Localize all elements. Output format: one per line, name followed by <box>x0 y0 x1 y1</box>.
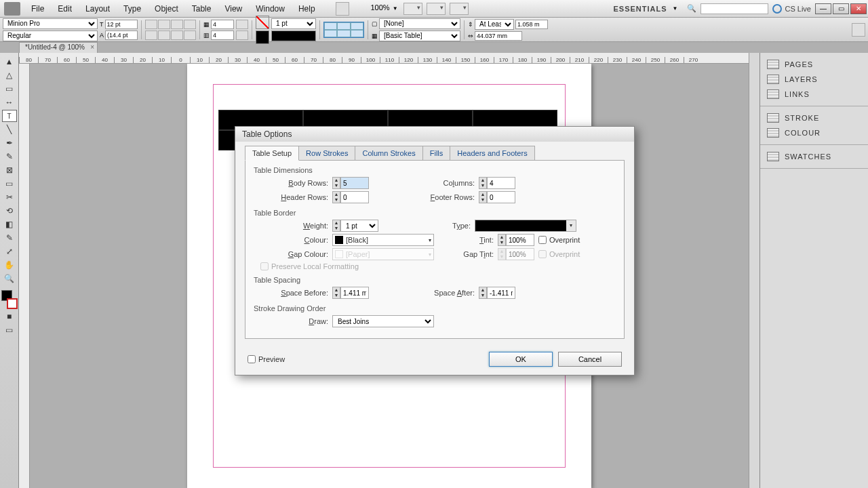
body-rows-input[interactable] <box>340 177 369 189</box>
space-after-input[interactable] <box>487 287 515 299</box>
vertical-scrollbar[interactable] <box>749 53 760 488</box>
rectangle-tool[interactable]: ▭ <box>2 178 17 190</box>
rowheight-input[interactable] <box>515 20 548 29</box>
pen-tool[interactable]: ✒ <box>2 137 17 149</box>
preview-checkbox[interactable] <box>248 355 256 363</box>
merge-cells-button[interactable] <box>236 20 248 29</box>
zoom-level[interactable]: 100% <box>363 3 390 14</box>
tint-input[interactable] <box>506 234 534 246</box>
weight-select[interactable]: 1 pt <box>340 220 378 232</box>
close-button[interactable]: ✕ <box>850 3 867 14</box>
swatches-panel-tab[interactable]: SWATCHES <box>760 149 868 164</box>
columns-stepper[interactable]: ▲▼ <box>479 177 487 189</box>
hand-tool[interactable]: ✋ <box>2 259 17 271</box>
ok-button[interactable]: OK <box>489 352 553 367</box>
tab-column-strokes[interactable]: Column Strokes <box>355 146 422 161</box>
table-cols-input[interactable] <box>211 30 234 40</box>
pencil-tool[interactable]: ✎ <box>2 150 17 163</box>
type-tool[interactable]: T <box>2 110 17 122</box>
rowheight-mode-select[interactable]: At Least <box>475 19 514 30</box>
quick-apply-button[interactable] <box>852 23 865 37</box>
unmerge-cells-button[interactable] <box>236 30 248 40</box>
selection-tool[interactable]: ▲ <box>2 56 17 68</box>
valign-justify-button[interactable] <box>184 30 196 40</box>
menu-table[interactable]: Table <box>185 4 218 14</box>
bridge-icon[interactable] <box>336 2 349 16</box>
close-tab-icon[interactable]: × <box>90 43 94 51</box>
maximize-button[interactable]: ▭ <box>833 3 849 14</box>
zoom-tool[interactable]: 🔍 <box>2 272 17 285</box>
gap-tool[interactable]: ↔ <box>2 96 17 108</box>
tab-headers-footers[interactable]: Headers and Footers <box>450 146 534 161</box>
scissors-tool[interactable]: ✂ <box>2 191 17 203</box>
weight-stepper[interactable]: ▲▼ <box>332 220 340 232</box>
menu-help[interactable]: Help <box>292 4 322 14</box>
stroke-weight-select[interactable]: 1 pt <box>271 18 316 29</box>
cs-live-button[interactable]: CS Live <box>772 4 811 14</box>
align-justify-button[interactable] <box>184 20 196 29</box>
line-tool[interactable]: ╲ <box>2 123 17 136</box>
stroke-panel-tab[interactable]: STROKE <box>760 110 868 125</box>
rectangle-frame-tool[interactable]: ⊠ <box>2 164 17 176</box>
space-after-stepper[interactable]: ▲▼ <box>479 287 487 299</box>
gradient-tool[interactable]: ◧ <box>2 218 17 230</box>
fill-stroke-proxy[interactable] <box>1 290 18 309</box>
colour-select[interactable]: [Black]▾ <box>332 234 434 246</box>
chevron-down-icon[interactable]: ▼ <box>673 5 678 12</box>
valign-top-button[interactable] <box>145 30 157 40</box>
document-tab[interactable]: *Untitled-4 @ 100% × <box>19 42 98 53</box>
minimize-button[interactable]: — <box>815 3 831 14</box>
eyedropper-tool[interactable]: ⤢ <box>2 245 17 258</box>
space-before-stepper[interactable]: ▲▼ <box>332 287 340 299</box>
menu-file[interactable]: File <box>24 4 51 14</box>
align-left-button[interactable] <box>145 20 157 29</box>
tab-table-setup[interactable]: Table Setup <box>245 146 299 161</box>
header-rows-stepper[interactable]: ▲▼ <box>332 191 340 203</box>
align-right-button[interactable] <box>171 20 183 29</box>
tint-stepper[interactable]: ▲▼ <box>498 234 506 246</box>
footer-rows-stepper[interactable]: ▲▼ <box>479 191 487 203</box>
valign-middle-button[interactable] <box>158 30 170 40</box>
font-family-select[interactable]: Minion Pro <box>3 18 98 29</box>
tab-row-strokes[interactable]: Row Strokes <box>298 146 355 161</box>
stroke-type-select[interactable] <box>271 30 316 41</box>
chevron-down-icon[interactable]: ▼ <box>393 5 398 12</box>
layers-panel-tab[interactable]: LAYERS <box>760 72 868 87</box>
font-style-select[interactable]: Regular <box>3 30 98 41</box>
direct-selection-tool[interactable]: △ <box>2 69 17 81</box>
table-style-select[interactable]: [Basic Table] <box>379 30 460 41</box>
cell-style-select[interactable]: [None] <box>379 18 460 29</box>
menu-edit[interactable]: Edit <box>51 4 79 14</box>
space-before-input[interactable] <box>340 287 369 299</box>
stroke-proxy[interactable] <box>323 22 364 38</box>
columns-input[interactable] <box>487 177 515 189</box>
pages-panel-tab[interactable]: PAGES <box>760 57 868 72</box>
view-mode-button[interactable]: ▭ <box>2 324 17 336</box>
font-size-input[interactable] <box>105 20 138 29</box>
cancel-button[interactable]: Cancel <box>558 352 622 367</box>
search-input[interactable] <box>701 3 768 14</box>
leading-input[interactable] <box>105 30 138 40</box>
links-panel-tab[interactable]: LINKS <box>760 87 868 102</box>
note-tool[interactable]: ✎ <box>2 232 17 244</box>
workspace-switcher[interactable]: ESSENTIALS <box>608 5 672 13</box>
align-center-button[interactable] <box>158 20 170 29</box>
free-transform-tool[interactable]: ⟲ <box>2 205 17 217</box>
page-tool[interactable]: ▭ <box>2 83 17 95</box>
footer-rows-input[interactable] <box>487 191 515 203</box>
stroke-swatch[interactable] <box>256 30 269 44</box>
valign-bottom-button[interactable] <box>171 30 183 40</box>
apply-color-button[interactable]: ■ <box>2 310 17 323</box>
stroke-type-select[interactable]: ▾ <box>475 220 576 232</box>
table-rows-input[interactable] <box>211 20 234 29</box>
tab-fills[interactable]: Fills <box>422 146 451 161</box>
body-rows-stepper[interactable]: ▲▼ <box>332 177 340 189</box>
colour-panel-tab[interactable]: COLOUR <box>760 125 868 140</box>
overprint-checkbox[interactable] <box>538 236 547 244</box>
colwidth-input[interactable] <box>475 31 522 41</box>
view-options-dropdown[interactable] <box>403 3 422 15</box>
menu-window[interactable]: Window <box>249 4 292 14</box>
menu-object[interactable]: Object <box>148 4 185 14</box>
menu-layout[interactable]: Layout <box>79 4 117 14</box>
screen-mode-dropdown[interactable] <box>427 3 446 15</box>
